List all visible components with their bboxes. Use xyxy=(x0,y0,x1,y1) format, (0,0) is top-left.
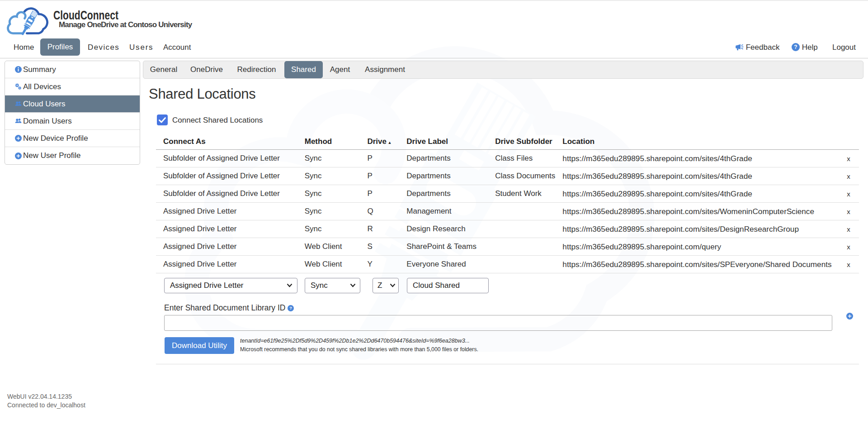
svg-text:?: ? xyxy=(794,44,797,50)
svg-text:?: ? xyxy=(289,306,292,310)
